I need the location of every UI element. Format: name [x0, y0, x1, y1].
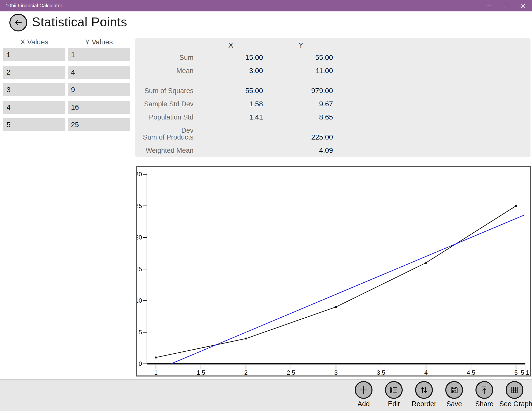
stats-row-sum-of-squares: Sum of Squares 55.00 979.00	[135, 84, 530, 97]
svg-text:30: 30	[137, 171, 142, 178]
back-button[interactable]	[9, 14, 27, 31]
x-value-cell[interactable]: 1	[3, 48, 65, 61]
upload-arrow-icon	[475, 381, 493, 399]
svg-text:20: 20	[137, 234, 142, 241]
stats-x-column-header: X	[199, 40, 263, 50]
stat-x-value: 1.58	[200, 97, 263, 111]
svg-text:3.5: 3.5	[377, 369, 385, 375]
stat-x-value: 1.41	[200, 111, 263, 124]
stat-label: Weighted Mean	[135, 144, 193, 157]
titlebar[interactable]: 10bii Financial Calculator	[0, 0, 532, 11]
tool-label: Share	[469, 400, 500, 408]
window-title: 10bii Financial Calculator	[6, 0, 62, 11]
y-value-cell[interactable]: 25	[68, 118, 130, 131]
grid-icon	[506, 381, 523, 399]
x-values-list: 1 2 3 4 5	[3, 48, 65, 131]
svg-text:1.5: 1.5	[197, 369, 205, 375]
x-value-cell[interactable]: 2	[3, 66, 65, 79]
stat-x-value: 3.00	[200, 64, 263, 77]
svg-text:4.5: 4.5	[467, 369, 475, 375]
stat-x-value: 15.00	[200, 51, 263, 64]
y-values-list: 1 4 9 16 25	[68, 48, 130, 131]
tool-label: Edit	[379, 400, 409, 408]
y-value-cell[interactable]: 9	[68, 83, 130, 96]
edit-button[interactable]: Edit	[379, 381, 409, 408]
floppy-disk-icon	[445, 381, 463, 399]
arrow-left-icon	[13, 17, 24, 28]
x-value-cell[interactable]: 3	[3, 83, 65, 96]
stat-label: Sum of Squares	[135, 84, 193, 97]
svg-text:25: 25	[137, 202, 142, 209]
page-title: Statistical Points	[32, 15, 127, 29]
svg-text:15: 15	[137, 266, 142, 272]
see-graph-button[interactable]: See Graph	[499, 381, 530, 408]
stats-y-column-header: Y	[269, 40, 333, 50]
stat-y-value: 8.65	[270, 111, 333, 124]
minimize-button[interactable]	[480, 0, 497, 11]
y-value-cell[interactable]: 4	[68, 66, 130, 79]
stats-row-population-std-dev: Population Std Dev 1.41 8.65	[135, 111, 530, 124]
svg-text:4: 4	[424, 369, 428, 375]
save-button[interactable]: Save	[439, 381, 469, 408]
x-value-cell[interactable]: 4	[3, 101, 65, 114]
stats-row-sample-std-dev: Sample Std Dev 1.58 9.67	[135, 97, 530, 111]
stat-x-value: 55.00	[200, 84, 263, 97]
stats-row-weighted-mean: Weighted Mean 4.09	[135, 144, 530, 157]
stat-chart: 05101520253011.522.533.544.555.1	[137, 167, 530, 375]
y-values-header: Y Values	[68, 38, 130, 47]
minimize-icon	[487, 6, 491, 6]
add-button[interactable]: Add	[348, 381, 379, 408]
tool-label: Add	[348, 400, 379, 408]
svg-text:2: 2	[244, 369, 247, 375]
up-down-arrows-icon	[415, 381, 433, 399]
svg-text:5: 5	[139, 329, 142, 336]
plus-icon	[355, 381, 373, 399]
stats-rows: Sum 15.00 55.00 Mean 3.00 11.00 Sum of S…	[135, 51, 530, 157]
stat-y-value: 55.00	[270, 51, 333, 64]
y-value-cell[interactable]: 16	[68, 101, 130, 114]
svg-text:1: 1	[154, 369, 157, 375]
stat-label: Sample Std Dev	[135, 97, 193, 111]
y-value-cell[interactable]: 1	[68, 48, 130, 61]
maximize-button[interactable]	[498, 0, 514, 11]
svg-text:2.5: 2.5	[287, 369, 295, 375]
tool-label: Reorder	[409, 400, 439, 408]
stat-label: Sum	[135, 51, 193, 64]
svg-text:0: 0	[139, 360, 142, 367]
toolbar: Add Edit Reorder	[0, 379, 532, 411]
share-button[interactable]: Share	[469, 381, 500, 408]
list-icon	[385, 381, 403, 399]
stats-panel: X Y Sum 15.00 55.00 Mean 3.00 11.00 Sum …	[135, 38, 530, 157]
svg-text:3: 3	[334, 369, 338, 375]
close-button[interactable]	[515, 0, 531, 11]
stat-y-value: 9.67	[270, 97, 333, 111]
svg-text:5.1: 5.1	[521, 369, 529, 375]
x-value-cell[interactable]: 5	[3, 118, 65, 131]
tool-label: Save	[439, 400, 469, 408]
app-window: 10bii Financial Calculator Statistical P…	[0, 0, 532, 411]
stat-label: Sum of Products	[135, 131, 193, 144]
stat-label: Mean	[135, 64, 193, 77]
svg-text:5: 5	[514, 369, 518, 375]
tool-label: See Graph	[499, 400, 530, 408]
stats-row-sum-of-products: Sum of Products 225.00	[135, 131, 530, 144]
close-icon	[521, 4, 525, 8]
stats-row-sum: Sum 15.00 55.00	[135, 51, 530, 64]
chart-frame: 05101520253011.522.533.544.555.1	[136, 166, 531, 376]
stats-row-mean: Mean 3.00 11.00	[135, 64, 530, 77]
stat-y-value: 225.00	[270, 131, 333, 144]
stat-y-value: 4.09	[270, 144, 333, 157]
x-values-header: X Values	[3, 38, 65, 47]
stat-y-value: 979.00	[270, 84, 333, 97]
reorder-button[interactable]: Reorder	[409, 381, 439, 408]
stat-y-value: 11.00	[270, 64, 333, 77]
maximize-icon	[504, 4, 508, 8]
svg-text:10: 10	[137, 297, 142, 304]
